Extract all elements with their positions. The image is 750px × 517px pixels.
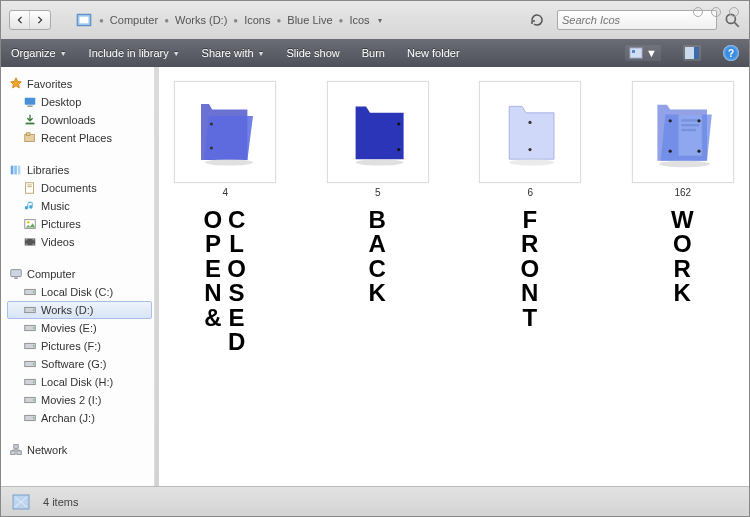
svg-point-43 <box>33 417 34 418</box>
svg-rect-14 <box>14 166 17 175</box>
file-thumbnail <box>632 81 734 183</box>
window-min-button[interactable] <box>693 7 703 17</box>
location-icon <box>75 11 93 29</box>
sidebar-item-movies-e[interactable]: Movies (E:) <box>7 319 152 337</box>
sidebar-item-downloads[interactable]: Downloads <box>7 111 152 129</box>
breadcrumb-item[interactable]: Works (D:) <box>173 12 229 28</box>
svg-rect-24 <box>33 239 35 240</box>
svg-rect-46 <box>14 445 18 449</box>
organize-button[interactable]: Organize▼ <box>11 47 67 59</box>
status-text: 4 items <box>43 496 78 508</box>
slideshow-button[interactable]: Slide show <box>287 47 340 59</box>
file-item[interactable]: 4 OPEN& CLOSED <box>169 81 282 355</box>
file-name: 6 <box>474 187 587 198</box>
sidebar-item-movies-2-i[interactable]: Movies 2 (I:) <box>7 391 152 409</box>
folder-work-blue-icon <box>643 92 723 172</box>
forward-button[interactable] <box>30 11 50 29</box>
svg-point-48 <box>210 146 213 149</box>
sidebar-item-music[interactable]: Music <box>7 197 152 215</box>
folder-open-blue-icon <box>185 92 265 172</box>
include-in-library-button[interactable]: Include in library▼ <box>89 47 180 59</box>
svg-rect-15 <box>18 166 21 175</box>
svg-line-3 <box>734 22 739 27</box>
breadcrumb-item[interactable]: Icos <box>347 12 371 28</box>
nav-buttons <box>9 10 51 30</box>
file-name: 4 <box>169 187 282 198</box>
recent-places-icon <box>23 131 37 145</box>
breadcrumb-item[interactable]: Blue Live <box>285 12 334 28</box>
svg-point-20 <box>27 221 30 224</box>
svg-rect-10 <box>26 123 35 125</box>
drive-icon <box>23 375 37 389</box>
refresh-button[interactable] <box>529 12 545 28</box>
sidebar-item-local-disk-c[interactable]: Local Disk (C:) <box>7 283 152 301</box>
svg-point-61 <box>668 150 671 153</box>
sidebar-item-local-disk-h[interactable]: Local Disk (H:) <box>7 373 152 391</box>
sidebar-item-pictures[interactable]: Pictures <box>7 215 152 233</box>
breadcrumb-item[interactable]: Icons <box>242 12 272 28</box>
window-max-button[interactable] <box>711 7 721 17</box>
sidebar-item-videos[interactable]: Videos <box>7 233 152 251</box>
preview-pane-button[interactable] <box>683 45 701 61</box>
file-annotation: WORK <box>627 208 740 306</box>
svg-rect-12 <box>27 133 31 136</box>
command-bar: Organize▼ Include in library▼ Share with… <box>1 39 749 67</box>
documents-icon <box>23 181 37 195</box>
drive-icon <box>23 303 37 317</box>
svg-rect-22 <box>26 239 28 240</box>
svg-rect-23 <box>26 244 28 245</box>
breadcrumb-sep: ● <box>99 16 104 25</box>
svg-point-60 <box>668 119 671 122</box>
window-close-button[interactable] <box>729 7 739 17</box>
svg-rect-26 <box>11 270 22 277</box>
titlebar: ● Computer ● Works (D:) ● Icons ● Blue L… <box>1 1 749 39</box>
file-item[interactable]: 162 WORK <box>627 81 740 306</box>
sidebar-group-favorites[interactable]: Favorites <box>7 75 152 93</box>
star-icon <box>9 77 23 91</box>
drive-icon <box>23 357 37 371</box>
file-item[interactable]: 5 BACK <box>322 81 435 306</box>
svg-point-52 <box>355 159 403 165</box>
body: Favorites Desktop Downloads Recent Place… <box>1 67 749 486</box>
videos-icon <box>23 235 37 249</box>
back-button[interactable] <box>10 11 30 29</box>
svg-rect-16 <box>26 183 34 194</box>
help-button[interactable]: ? <box>723 45 739 61</box>
svg-point-51 <box>397 148 400 151</box>
sidebar-item-archan-j[interactable]: Archan (J:) <box>7 409 152 427</box>
sidebar-item-desktop[interactable]: Desktop <box>7 93 152 111</box>
svg-rect-4 <box>630 48 642 58</box>
drive-icon <box>23 285 37 299</box>
folder-front-blue-icon <box>490 92 570 172</box>
svg-point-64 <box>659 161 710 167</box>
sidebar-item-works-d[interactable]: Works (D:) <box>7 301 152 319</box>
sidebar-group-libraries[interactable]: Libraries <box>7 161 152 179</box>
breadcrumb-item[interactable]: Computer <box>108 12 160 28</box>
sidebar-item-pictures-f[interactable]: Pictures (F:) <box>7 337 152 355</box>
computer-icon <box>9 267 23 281</box>
svg-point-47 <box>210 122 213 125</box>
view-options-button[interactable]: ▼ <box>625 45 661 61</box>
new-folder-button[interactable]: New folder <box>407 47 460 59</box>
sidebar-item-recent-places[interactable]: Recent Places <box>7 129 152 147</box>
sidebar-item-software-g[interactable]: Software (G:) <box>7 355 152 373</box>
breadcrumb: ● Computer ● Works (D:) ● Icons ● Blue L… <box>99 12 372 28</box>
file-annotation: BACK <box>322 208 435 306</box>
window-controls <box>693 7 739 17</box>
search-input[interactable] <box>562 14 712 26</box>
svg-rect-17 <box>27 185 31 186</box>
sidebar-group-network[interactable]: Network <box>7 441 152 459</box>
status-bar: 4 items <box>1 486 749 516</box>
downloads-icon <box>23 113 37 127</box>
svg-point-50 <box>397 122 400 125</box>
svg-point-49 <box>205 159 253 165</box>
svg-rect-9 <box>27 106 32 107</box>
svg-rect-45 <box>17 451 21 455</box>
burn-button[interactable]: Burn <box>362 47 385 59</box>
svg-rect-25 <box>33 244 35 245</box>
file-item[interactable]: 6 FRONT <box>474 81 587 330</box>
sidebar-group-computer[interactable]: Computer <box>7 265 152 283</box>
breadcrumb-dropdown[interactable]: ▾ <box>378 16 382 25</box>
sidebar-item-documents[interactable]: Documents <box>7 179 152 197</box>
share-with-button[interactable]: Share with▼ <box>202 47 265 59</box>
